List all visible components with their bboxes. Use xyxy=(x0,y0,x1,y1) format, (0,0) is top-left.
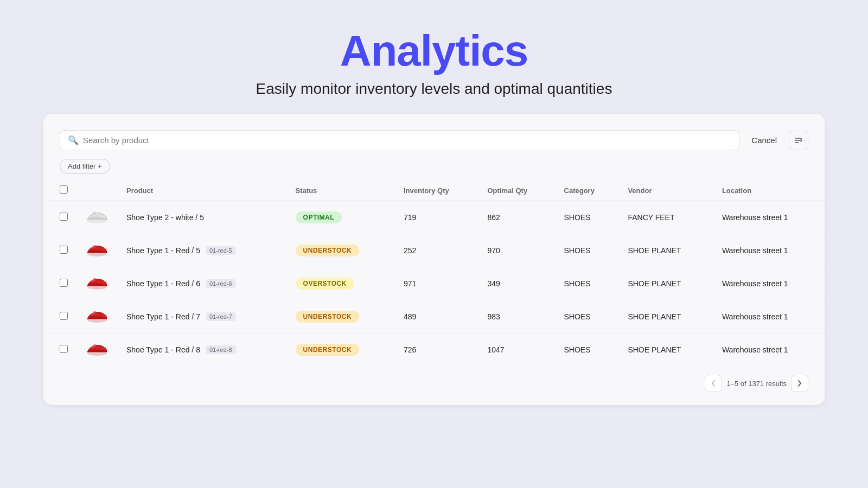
row-status-cell: OPTIMAL xyxy=(287,201,395,234)
row-checkbox-0[interactable] xyxy=(60,213,68,221)
filter-row: Add filter + xyxy=(43,159,825,174)
row-product-cell: Shoe Type 1 - Red / 7 01-red-7 xyxy=(118,300,287,333)
row-image-cell xyxy=(76,201,118,234)
row-image-cell xyxy=(76,300,118,333)
row-vendor: FANCY FEET xyxy=(619,201,713,234)
sort-button[interactable] xyxy=(789,131,808,150)
product-tag: 01-red-7 xyxy=(206,312,236,321)
row-checkbox-cell xyxy=(43,333,76,367)
status-badge: UNDERSTOCK xyxy=(296,311,359,323)
product-table: Product Status Inventory Qty Optimal Qty… xyxy=(43,180,825,366)
row-inventory-qty: 489 xyxy=(395,300,479,333)
row-category: SHOES xyxy=(556,201,620,234)
product-thumbnail xyxy=(85,208,109,227)
col-checkbox xyxy=(43,180,76,201)
cancel-button[interactable]: Cancel xyxy=(746,132,782,148)
row-checkbox-cell xyxy=(43,267,76,300)
row-inventory-qty: 252 xyxy=(395,234,479,267)
svg-rect-4 xyxy=(91,214,93,215)
row-inventory-qty: 719 xyxy=(395,201,479,234)
col-product: Product xyxy=(118,180,287,201)
product-name: Shoe Type 2 - white / 5 xyxy=(126,213,204,222)
row-checkbox-1[interactable] xyxy=(60,246,68,254)
row-image-cell xyxy=(76,333,118,367)
search-input[interactable] xyxy=(83,136,731,145)
col-vendor: Vendor xyxy=(619,180,713,201)
svg-rect-14 xyxy=(93,313,95,314)
row-inventory-qty: 971 xyxy=(395,267,479,300)
pagination-info: 1–5 of 1371 results xyxy=(726,380,787,388)
col-inventory-qty: Inventory Qty xyxy=(395,180,479,201)
search-input-wrapper[interactable]: 🔍 xyxy=(60,130,739,150)
search-bar-row: 🔍 Cancel xyxy=(43,130,825,150)
table-row: Shoe Type 2 - white / 5 OPTIMAL 719 862 … xyxy=(43,201,825,234)
row-status-cell: UNDERSTOCK xyxy=(287,333,395,367)
svg-rect-17 xyxy=(93,346,95,347)
row-optimal-qty: 970 xyxy=(479,234,556,267)
table-row: Shoe Type 1 - Red / 8 01-red-8 UNDERSTOC… xyxy=(43,333,825,367)
row-image-cell xyxy=(76,267,118,300)
row-product-cell: Shoe Type 1 - Red / 8 01-red-8 xyxy=(118,333,287,367)
row-checkbox-cell xyxy=(43,234,76,267)
row-optimal-qty: 862 xyxy=(479,201,556,234)
product-name-cell: Shoe Type 1 - Red / 6 01-red-6 xyxy=(126,279,278,288)
product-tag: 01-red-5 xyxy=(206,246,236,255)
header-section: Analytics Easily monitor inventory level… xyxy=(256,27,612,98)
row-optimal-qty: 1047 xyxy=(479,333,556,367)
svg-rect-13 xyxy=(91,313,93,314)
row-product-cell: Shoe Type 2 - white / 5 xyxy=(118,201,287,234)
svg-rect-8 xyxy=(93,247,95,248)
row-checkbox-cell xyxy=(43,300,76,333)
table-body: Shoe Type 2 - white / 5 OPTIMAL 719 862 … xyxy=(43,201,825,367)
row-checkbox-2[interactable] xyxy=(60,279,68,287)
row-category: SHOES xyxy=(556,267,620,300)
search-icon: 🔍 xyxy=(68,135,79,145)
product-name-cell: Shoe Type 1 - Red / 5 01-red-5 xyxy=(126,246,278,255)
col-category: Category xyxy=(556,180,620,201)
product-tag: 01-red-6 xyxy=(206,279,236,288)
main-card: 🔍 Cancel Add filter + xyxy=(43,114,825,405)
row-checkbox-3[interactable] xyxy=(60,312,68,320)
status-badge: OVERSTOCK xyxy=(296,278,354,290)
row-location: Warehouse street 1 xyxy=(713,201,825,234)
row-category: SHOES xyxy=(556,300,620,333)
row-status-cell: UNDERSTOCK xyxy=(287,234,395,267)
row-checkbox-4[interactable] xyxy=(60,345,68,353)
row-location: Warehouse street 1 xyxy=(713,234,825,267)
pagination-next-button[interactable] xyxy=(791,375,808,392)
product-tag: 01-red-8 xyxy=(206,345,236,354)
row-optimal-qty: 983 xyxy=(479,300,556,333)
row-vendor: SHOE PLANET xyxy=(619,333,713,367)
table-container: Product Status Inventory Qty Optimal Qty… xyxy=(43,180,825,366)
product-thumbnail xyxy=(85,274,109,293)
row-status-cell: OVERSTOCK xyxy=(287,267,395,300)
pagination-prev-button[interactable] xyxy=(705,375,722,392)
sort-icon xyxy=(794,136,803,145)
status-badge: UNDERSTOCK xyxy=(296,344,359,356)
svg-rect-5 xyxy=(93,214,95,215)
svg-rect-10 xyxy=(91,280,93,281)
col-optimal-qty: Optimal Qty xyxy=(479,180,556,201)
row-product-cell: Shoe Type 1 - Red / 5 01-red-5 xyxy=(118,234,287,267)
select-all-checkbox[interactable] xyxy=(60,185,68,194)
page-wrapper: Analytics Easily monitor inventory level… xyxy=(0,0,868,488)
row-location: Warehouse street 1 xyxy=(713,333,825,367)
add-filter-button[interactable]: Add filter + xyxy=(60,159,110,174)
product-thumbnail xyxy=(85,340,109,359)
row-image-cell xyxy=(76,234,118,267)
row-vendor: SHOE PLANET xyxy=(619,234,713,267)
row-location: Warehouse street 1 xyxy=(713,300,825,333)
col-image xyxy=(76,180,118,201)
page-subtitle: Easily monitor inventory levels and opti… xyxy=(256,80,612,98)
table-row: Shoe Type 1 - Red / 6 01-red-6 OVERSTOCK… xyxy=(43,267,825,300)
chevron-left-icon xyxy=(711,380,716,387)
col-status: Status xyxy=(287,180,395,201)
row-status-cell: UNDERSTOCK xyxy=(287,300,395,333)
product-name: Shoe Type 1 - Red / 7 xyxy=(126,312,200,321)
chevron-right-icon xyxy=(797,380,802,387)
product-name: Shoe Type 1 - Red / 5 xyxy=(126,246,200,255)
product-name: Shoe Type 1 - Red / 8 xyxy=(126,345,200,354)
page-title: Analytics xyxy=(256,27,612,75)
product-thumbnail xyxy=(85,307,109,326)
row-category: SHOES xyxy=(556,234,620,267)
